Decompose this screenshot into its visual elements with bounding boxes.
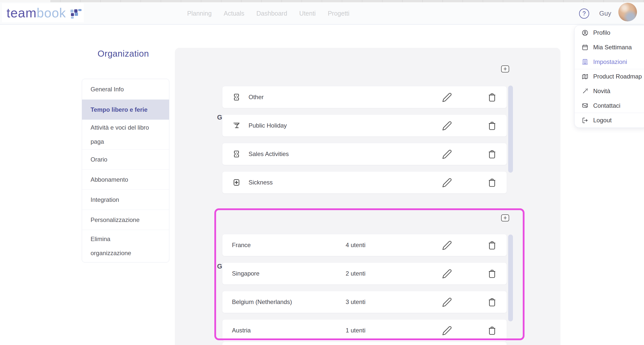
sidebar-item-personalizzazione[interactable]: Personalizzazione <box>82 210 169 230</box>
nav-planning[interactable]: Planning <box>187 10 212 17</box>
settings-content-panel: Gestione delle ferie + Other Public Holi… <box>175 48 560 345</box>
mail-heart-icon <box>582 102 588 109</box>
delete-button[interactable] <box>487 121 497 131</box>
leave-type-row: Sickness <box>222 171 507 194</box>
nav-dashboard[interactable]: Dashboard <box>256 10 287 17</box>
leave-type-label: Other <box>249 94 264 101</box>
menu-item-novita[interactable]: Novità <box>575 84 644 98</box>
logout-icon <box>582 117 588 124</box>
menu-item-mia-settimana[interactable]: Mia Settimana <box>575 40 644 55</box>
menu-item-product-roadmap[interactable]: Product Roadmap <box>575 69 644 84</box>
plus-icon: + <box>503 66 507 72</box>
delete-button[interactable] <box>487 149 497 159</box>
leave-type-label: Public Holiday <box>249 122 287 129</box>
user-count: 2 utenti <box>346 270 366 277</box>
add-leave-type-button[interactable]: + <box>501 65 509 72</box>
leave-type-label: Sickness <box>249 179 273 186</box>
teambook-logo-icon <box>70 9 83 20</box>
help-icon: ? <box>583 10 586 17</box>
teambook-logo[interactable]: teambook <box>2 3 84 22</box>
sidebar-item-attivita-libro-paga[interactable]: Attività e voci del libropaga <box>82 120 169 149</box>
browser-active-tab[interactable] <box>0 0 50 2</box>
map-icon <box>582 73 588 80</box>
teambook-logo-text: teambook <box>7 5 66 20</box>
page-title: Organization <box>70 49 176 59</box>
leave-type-row: Other <box>222 86 507 108</box>
plus-icon: + <box>503 215 507 221</box>
browser-tab-strip[interactable] <box>0 0 644 2</box>
menu-item-logout[interactable]: Logout <box>575 113 644 128</box>
delete-button[interactable] <box>487 269 497 279</box>
ticket-icon <box>232 93 240 101</box>
user-avatar[interactable] <box>618 3 637 21</box>
settings-menu: General Info Tempo libero e ferie Attivi… <box>82 79 169 262</box>
nav-actuals[interactable]: Actuals <box>224 10 244 17</box>
top-nav: teambook Planning Actuals Dashboard Uten… <box>0 2 644 25</box>
holiday-calendar-row: Austria 1 utenti <box>222 319 507 341</box>
ticket-icon <box>232 150 240 158</box>
user-count: 3 utenti <box>346 298 366 305</box>
sidebar-item-orario[interactable]: Orario <box>82 149 169 169</box>
main-nav: Planning Actuals Dashboard Utenti Proget… <box>187 2 349 25</box>
delete-button[interactable] <box>487 178 497 188</box>
sidebar-item-tempo-libero-e-ferie[interactable]: Tempo libero e ferie <box>82 99 169 120</box>
edit-button[interactable] <box>442 269 452 279</box>
calendar-icon <box>582 44 588 51</box>
country-label: Austria <box>232 327 251 334</box>
user-count: 1 utenti <box>346 327 366 334</box>
country-label: France <box>232 242 251 249</box>
delete-button[interactable] <box>487 240 497 250</box>
cocktail-icon <box>232 122 240 130</box>
scrollbar-thumb[interactable] <box>508 235 513 321</box>
delete-button[interactable] <box>487 326 497 336</box>
edit-button[interactable] <box>442 178 452 188</box>
menu-item-profilo[interactable]: Profilo <box>575 25 644 40</box>
scrollbar-thumb[interactable] <box>508 86 513 173</box>
leave-type-row: Sales Activities <box>222 143 507 165</box>
delete-button[interactable] <box>487 297 497 307</box>
holiday-calendar-row: Singapore 2 utenti <box>222 262 507 285</box>
country-label: Belgium (Netherlands) <box>232 298 292 305</box>
menu-item-contattaci[interactable]: Contattaci <box>575 98 644 113</box>
edit-button[interactable] <box>442 240 452 250</box>
user-name[interactable]: Guy <box>599 2 611 25</box>
user-icon <box>582 29 588 36</box>
edit-button[interactable] <box>442 92 452 102</box>
edit-button[interactable] <box>442 121 452 131</box>
holiday-calendar-row: Belgium (Netherlands) 3 utenti <box>222 291 507 313</box>
sidebar-item-general-info[interactable]: General Info <box>82 79 169 99</box>
leave-type-row: Public Holiday <box>222 114 507 137</box>
edit-button[interactable] <box>442 297 452 307</box>
building-icon <box>582 58 588 65</box>
sidebar-item-abbonamento[interactable]: Abbonamento <box>82 169 169 189</box>
sidebar-item-elimina-organizzazione[interactable]: Eliminaorganizzazione <box>82 230 169 262</box>
edit-button[interactable] <box>442 326 452 336</box>
holiday-calendar-row-partial <box>222 342 507 345</box>
user-count: 4 utenti <box>346 242 366 249</box>
nav-progetti[interactable]: Progetti <box>328 10 349 17</box>
user-dropdown-menu: Profilo Mia Settimana Impostazioni Produ… <box>574 25 644 128</box>
medical-cross-icon <box>232 178 240 186</box>
leave-type-label: Sales Activities <box>249 150 289 158</box>
sidebar-item-integration[interactable]: Integration <box>82 189 169 210</box>
edit-button[interactable] <box>442 149 452 159</box>
holiday-calendar-row: France 4 utenti <box>222 234 507 256</box>
country-label: Singapore <box>232 270 259 277</box>
menu-item-impostazioni[interactable]: Impostazioni <box>575 55 644 69</box>
help-button[interactable]: ? <box>579 9 589 19</box>
nav-utenti[interactable]: Utenti <box>299 10 316 17</box>
delete-button[interactable] <box>487 92 497 102</box>
add-holiday-calendar-button[interactable]: + <box>501 214 509 221</box>
app-screen: teambook Planning Actuals Dashboard Uten… <box>0 0 644 345</box>
magic-wand-icon <box>582 88 588 95</box>
